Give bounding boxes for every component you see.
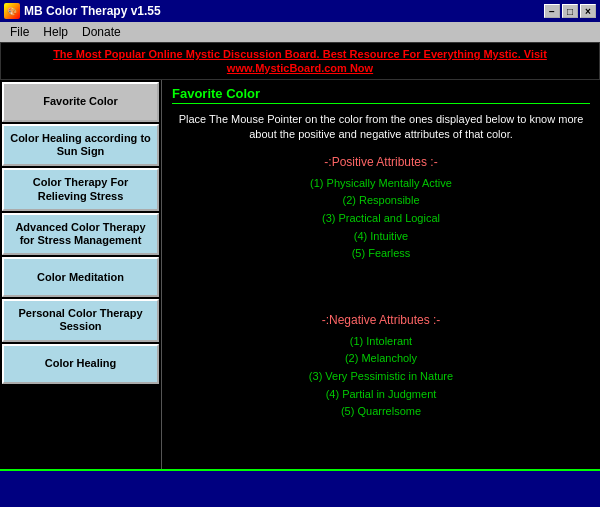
menu-item-help[interactable]: Help — [37, 24, 74, 40]
sidebar-btn-2[interactable]: Color Therapy For Relieving Stress — [2, 168, 159, 210]
window-title: MB Color Therapy v1.55 — [24, 4, 161, 18]
positive-attribute: (3) Practical and Logical — [172, 210, 590, 228]
app-icon: 🎨 — [4, 3, 20, 19]
maximize-button[interactable]: □ — [562, 4, 578, 18]
positive-attributes: (1) Physically Mentally Active(2) Respon… — [172, 175, 590, 263]
content-title: Favorite Color — [172, 86, 590, 104]
sidebar-btn-3[interactable]: Advanced Color Therapy for Stress Manage… — [2, 213, 159, 255]
content-area: Favorite Color Place The Mouse Pointer o… — [162, 80, 600, 469]
color-swatches[interactable] — [241, 273, 521, 303]
sidebar: Favorite ColorColor Healing according to… — [0, 80, 162, 469]
title-bar: 🎨 MB Color Therapy v1.55 − □ × — [0, 0, 600, 22]
title-bar-left: 🎨 MB Color Therapy v1.55 — [4, 3, 161, 19]
positive-attribute: (1) Physically Mentally Active — [172, 175, 590, 193]
banner-text: The Most Popular Online Mystic Discussio… — [53, 48, 547, 74]
menu-item-file[interactable]: File — [4, 24, 35, 40]
sidebar-btn-1[interactable]: Color Healing according to Sun Sign — [2, 124, 159, 166]
positive-attribute: (5) Fearless — [172, 245, 590, 263]
window-controls: − □ × — [544, 4, 596, 18]
negative-attribute: (5) Quarrelsome — [172, 403, 590, 421]
sidebar-btn-0[interactable]: Favorite Color — [2, 82, 159, 122]
negative-header: -:Negative Attributes :- — [172, 313, 590, 327]
minimize-button[interactable]: − — [544, 4, 560, 18]
sidebar-btn-4[interactable]: Color Meditation — [2, 257, 159, 297]
sidebar-btn-5[interactable]: Personal Color Therapy Session — [2, 299, 159, 341]
bottom-bar — [0, 469, 600, 507]
positive-attribute: (2) Responsible — [172, 192, 590, 210]
positive-header: -:Positive Attributes :- — [172, 155, 590, 169]
negative-attribute: (4) Partial in Judgment — [172, 386, 590, 404]
banner: The Most Popular Online Mystic Discussio… — [0, 42, 600, 80]
menu-item-donate[interactable]: Donate — [76, 24, 127, 40]
sidebar-btn-6[interactable]: Color Healing — [2, 344, 159, 384]
main-content: Favorite ColorColor Healing according to… — [0, 80, 600, 469]
negative-attribute: (1) Intolerant — [172, 333, 590, 351]
negative-attribute: (2) Melancholy — [172, 350, 590, 368]
negative-attributes: (1) Intolerant(2) Melancholy(3) Very Pes… — [172, 333, 590, 421]
positive-attribute: (4) Intuitive — [172, 228, 590, 246]
close-button[interactable]: × — [580, 4, 596, 18]
instruction-text: Place The Mouse Pointer on the color fro… — [172, 112, 590, 143]
negative-attribute: (3) Very Pessimistic in Nature — [172, 368, 590, 386]
menu-bar: FileHelpDonate — [0, 22, 600, 42]
